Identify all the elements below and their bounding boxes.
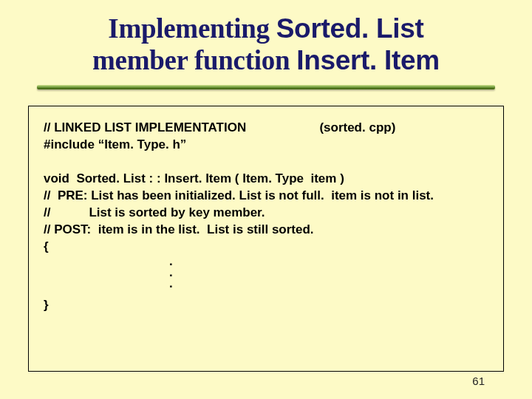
code-line-4: // PRE: List has been initialized. List … (44, 188, 491, 205)
code-line-8: } (44, 297, 491, 314)
code-line-3: void Sorted. List : : Insert. Item ( Ite… (44, 171, 491, 188)
page-number: 61 (472, 375, 485, 387)
slide-title: Implementing Sorted. List member functio… (0, 0, 532, 81)
title-part-4: Insert. Item (296, 45, 440, 75)
title-part-1: Implementing (108, 13, 276, 44)
code-line-5: // List is sorted by key member. (44, 205, 491, 222)
divider-icon (37, 85, 495, 92)
code-line-6: // POST: item is in the list. List is st… (44, 222, 491, 239)
code-line-1b: (sorted. cpp) (319, 120, 395, 134)
code-line-7: { (44, 239, 491, 256)
title-part-3: member function (92, 45, 296, 75)
code-box: // LINKED LIST IMPLEMENTATION (sorted. c… (28, 106, 504, 372)
code-line-2: #include “Item. Type. h” (44, 137, 491, 154)
title-part-2: Sorted. List (276, 13, 424, 44)
code-line-1a: // LINKED LIST IMPLEMENTATION (44, 120, 246, 134)
code-dots-2: . (44, 267, 491, 278)
code-dots-1: . (44, 256, 491, 267)
code-dots-3: . (44, 278, 491, 289)
